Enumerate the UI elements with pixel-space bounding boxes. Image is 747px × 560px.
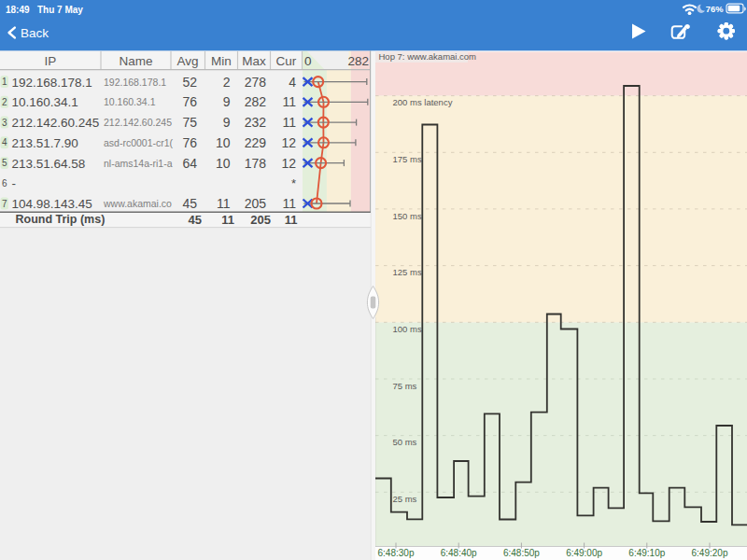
svg-text:6: 6 [2,178,7,189]
svg-text:200 ms latency: 200 ms latency [393,97,453,107]
svg-text:175 ms: 175 ms [393,154,422,164]
svg-text:282: 282 [347,54,369,68]
svg-text:www.akamai.co: www.akamai.co [103,198,172,209]
svg-text:45: 45 [189,213,202,227]
svg-text:*: * [291,176,296,190]
svg-text:Cur: Cur [276,54,297,68]
svg-text:2: 2 [223,75,231,90]
svg-text:9: 9 [223,115,231,130]
svg-text:9: 9 [223,94,231,109]
svg-text:6:49:10p: 6:49:10p [628,548,665,558]
svg-text:192.168.178.1: 192.168.178.1 [104,77,166,88]
svg-text:4: 4 [289,75,296,90]
svg-text:Round Trip (ms): Round Trip (ms) [16,213,106,226]
svg-text:192.168.178.1: 192.168.178.1 [12,76,92,90]
svg-text:125 ms: 125 ms [393,267,422,277]
svg-text:nl-ams14a-ri1-a: nl-ams14a-ri1-a [104,158,173,169]
svg-text:0: 0 [304,54,312,68]
svg-text:Name: Name [119,54,152,68]
svg-text:232: 232 [245,115,267,130]
svg-text:213.51.7.90: 213.51.7.90 [12,136,78,150]
svg-text:12: 12 [281,156,296,171]
svg-text:10.160.34.1: 10.160.34.1 [104,96,156,107]
svg-text:18:49: 18:49 [6,5,30,15]
svg-text:Thu 7 May: Thu 7 May [37,5,83,15]
svg-text:1: 1 [2,77,7,87]
svg-text:12: 12 [281,135,296,150]
svg-text:278: 278 [245,75,267,90]
svg-text:213.51.64.58: 213.51.64.58 [12,157,86,171]
svg-text:45: 45 [182,196,197,211]
svg-text:asd-rc0001-cr1(: asd-rc0001-cr1( [104,137,174,148]
svg-text:Back: Back [21,26,49,40]
svg-text:11: 11 [282,196,296,211]
svg-text:-: - [12,176,17,190]
svg-text:76%: 76% [706,4,724,14]
svg-text:212.142.60.245: 212.142.60.245 [12,116,100,130]
svg-text:7: 7 [2,199,7,209]
svg-text:Avg: Avg [176,54,198,68]
svg-text:50 ms: 50 ms [393,437,417,447]
svg-text:11: 11 [282,94,296,109]
svg-text:25 ms: 25 ms [393,494,417,504]
svg-text:282: 282 [245,94,267,109]
svg-text:229: 229 [245,135,267,150]
svg-text:Hop 7: www.akamai.com: Hop 7: www.akamai.com [379,51,477,62]
svg-text:2: 2 [2,97,7,107]
svg-text:6:48:40p: 6:48:40p [441,548,477,558]
svg-text:3: 3 [2,118,7,128]
svg-text:150 ms: 150 ms [393,211,422,221]
svg-text:11: 11 [221,213,234,227]
svg-text:Max: Max [242,54,266,68]
svg-text:IP: IP [45,54,57,68]
svg-text:104.98.143.45: 104.98.143.45 [12,197,92,211]
svg-text:100 ms: 100 ms [393,324,422,334]
svg-text:5: 5 [2,158,7,168]
svg-text:205: 205 [250,213,271,227]
svg-text:10: 10 [216,156,231,171]
svg-text:212.142.60.245: 212.142.60.245 [104,117,172,128]
svg-text:10.160.34.1: 10.160.34.1 [12,95,78,109]
svg-text:76: 76 [182,94,197,109]
svg-text:75 ms: 75 ms [393,381,417,391]
svg-text:205: 205 [245,196,267,211]
svg-text:64: 64 [182,156,197,171]
svg-text:178: 178 [245,156,267,171]
svg-text:11: 11 [282,115,296,130]
svg-text:11: 11 [285,213,298,227]
svg-text:10: 10 [216,135,231,150]
svg-text:6:48:50p: 6:48:50p [503,548,540,558]
svg-text:75: 75 [182,115,197,130]
svg-text:52: 52 [182,75,197,90]
svg-text:Min: Min [211,54,232,68]
svg-text:76: 76 [182,135,197,150]
svg-text:4: 4 [2,137,7,147]
svg-text:6:49:20p: 6:49:20p [692,548,728,558]
svg-text:11: 11 [217,196,231,211]
svg-text:6:48:30p: 6:48:30p [378,548,415,558]
svg-text:6:49:00p: 6:49:00p [566,548,602,558]
